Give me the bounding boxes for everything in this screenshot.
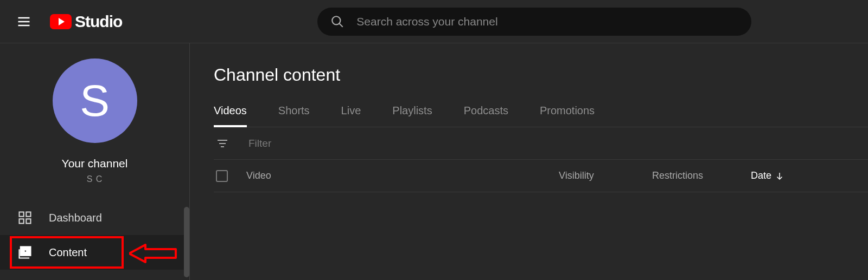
svg-line-1: [340, 23, 343, 27]
column-header-video[interactable]: Video: [246, 170, 271, 181]
avatar: S: [53, 58, 137, 143]
svg-rect-2: [20, 212, 24, 217]
svg-point-0: [333, 16, 341, 24]
sidebar: S Your channel S C Dashboard Content: [0, 43, 190, 280]
main-content: Channel content Videos Shorts Live Playl…: [190, 43, 868, 280]
select-all-checkbox[interactable]: [216, 170, 228, 182]
filter-input[interactable]: [248, 138, 377, 149]
menu-button[interactable]: [11, 9, 37, 35]
tab-podcasts[interactable]: Podcasts: [464, 105, 508, 127]
svg-rect-4: [20, 219, 24, 223]
header: Studio: [0, 0, 868, 43]
search-icon: [330, 15, 344, 29]
studio-logo-text: Studio: [75, 12, 122, 31]
youtube-play-icon: [50, 14, 72, 29]
sidebar-item-content[interactable]: Content: [0, 235, 189, 270]
tab-live[interactable]: Live: [341, 105, 361, 127]
column-header-date[interactable]: Date: [751, 170, 784, 181]
sidebar-item-label: Dashboard: [49, 212, 102, 224]
svg-rect-3: [26, 212, 30, 217]
page-title: Channel content: [214, 65, 868, 85]
column-header-restrictions[interactable]: Restrictions: [652, 170, 703, 181]
tab-playlists[interactable]: Playlists: [392, 105, 432, 127]
tab-promotions[interactable]: Promotions: [540, 105, 595, 127]
studio-logo[interactable]: Studio: [50, 12, 122, 31]
content-icon: [17, 245, 33, 260]
column-header-date-label: Date: [751, 170, 771, 181]
column-header-visibility[interactable]: Visibility: [559, 170, 594, 181]
sidebar-item-dashboard[interactable]: Dashboard: [0, 200, 189, 235]
channel-name: S C: [87, 174, 103, 184]
content-tabs: Videos Shorts Live Playlists Podcasts Pr…: [214, 105, 868, 127]
filter-bar[interactable]: [214, 127, 868, 160]
svg-rect-5: [26, 219, 30, 223]
channel-label: Your channel: [62, 157, 128, 170]
sidebar-item-label: Content: [49, 246, 87, 259]
sort-desc-icon: [775, 171, 784, 181]
table-header: Video Visibility Restrictions Date: [214, 160, 868, 192]
hamburger-icon: [16, 14, 31, 29]
dashboard-icon: [17, 210, 33, 225]
tab-shorts[interactable]: Shorts: [278, 105, 310, 127]
search-input[interactable]: [356, 15, 738, 28]
sidebar-nav: Dashboard Content: [0, 200, 189, 270]
search-bar[interactable]: [317, 8, 751, 36]
tab-videos[interactable]: Videos: [214, 105, 247, 127]
filter-icon: [216, 137, 229, 150]
channel-profile[interactable]: S Your channel S C: [0, 43, 189, 184]
